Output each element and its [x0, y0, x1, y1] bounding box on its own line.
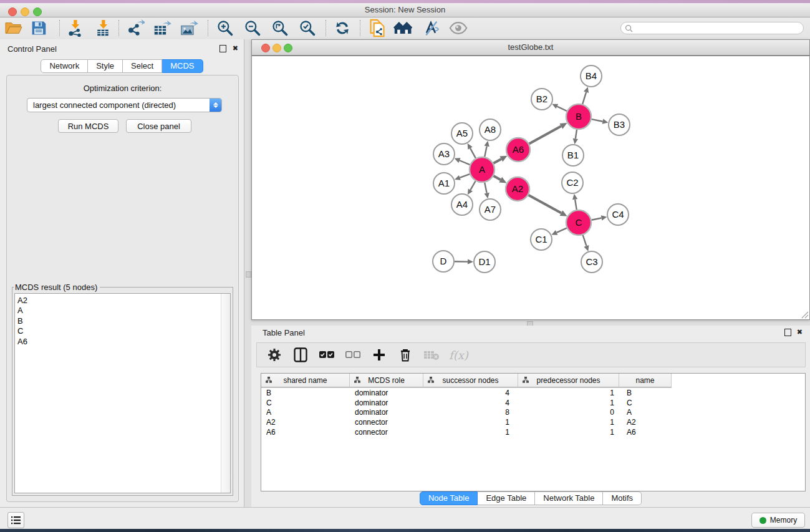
column-header-mcds-role[interactable]: MCDS role — [350, 374, 423, 387]
edge-B-B4[interactable] — [582, 92, 586, 104]
network-close-button[interactable] — [261, 44, 270, 52]
edge-A2-C[interactable] — [529, 195, 561, 213]
show-graphics-details-icon[interactable] — [448, 19, 469, 37]
close-panel-icon[interactable]: ✖ — [233, 45, 238, 52]
column-header-successor-nodes[interactable]: successor nodes — [423, 374, 518, 387]
home-icon[interactable] — [393, 19, 414, 37]
table-cell: B — [261, 389, 350, 397]
task-history-button[interactable] — [7, 512, 24, 528]
refresh-icon[interactable] — [332, 19, 353, 37]
result-item[interactable]: A — [15, 306, 230, 316]
export-table-icon[interactable] — [152, 19, 173, 37]
arrowhead-icon — [584, 245, 589, 251]
tab-mcds[interactable]: MCDS — [162, 59, 203, 73]
network-canvas[interactable]: B4B2BB3A5A8A6A3B1AC2A1A2A4A7C4CC1C3DD1 — [252, 56, 809, 319]
mcds-result-list[interactable]: A2ABCA6 — [14, 293, 231, 493]
tab-motifs[interactable]: Motifs — [603, 491, 642, 505]
memory-button[interactable]: Memory — [751, 513, 805, 528]
table-close-icon[interactable]: ✖ — [797, 329, 803, 336]
table-panel: Table Panel ✖ f(x) — [251, 326, 810, 507]
run-mcds-button[interactable]: Run MCDS — [58, 119, 118, 133]
column-header-name[interactable]: name — [619, 374, 672, 387]
resize-grip-icon[interactable] — [801, 311, 809, 319]
export-network-icon[interactable] — [125, 19, 146, 37]
graph-node-label: A5 — [456, 128, 468, 138]
result-item[interactable]: A2 — [15, 296, 230, 306]
show-column-panel-icon[interactable] — [292, 346, 309, 364]
table-row[interactable]: Bdominator41B — [261, 388, 805, 398]
table-row[interactable]: A2connector11A2 — [261, 417, 805, 427]
table-cell: A6 — [261, 428, 350, 437]
result-item[interactable]: C — [15, 326, 230, 336]
table-float-icon[interactable] — [784, 329, 791, 337]
close-panel-button[interactable]: Close panel — [126, 119, 191, 133]
tab-style[interactable]: Style — [88, 59, 123, 73]
open-session-icon[interactable] — [3, 19, 24, 37]
zoom-out-icon[interactable] — [242, 19, 263, 37]
table-cell: C — [619, 399, 672, 407]
vertical-split-handle[interactable] — [246, 271, 251, 278]
graph-node-label: A3 — [438, 148, 450, 159]
close-window-button[interactable] — [8, 7, 17, 16]
table-row[interactable]: Cdominator41C — [261, 398, 805, 408]
edge-A-A7[interactable] — [485, 183, 486, 193]
edge-C-C3[interactable] — [583, 235, 587, 246]
table-cell: 8 — [423, 408, 518, 417]
table-row[interactable]: Adominator80A — [261, 407, 805, 417]
zoom-fit-icon[interactable] — [269, 19, 291, 37]
create-column-icon[interactable] — [370, 346, 388, 364]
tab-edge-table[interactable]: Edge Table — [478, 491, 535, 505]
hide-labels-icon[interactable] — [420, 19, 441, 37]
graph-node-label: A6 — [513, 144, 524, 155]
edge-A-A3[interactable] — [460, 160, 470, 165]
search-box[interactable] — [620, 22, 804, 34]
result-scrollbar[interactable] — [221, 294, 230, 493]
edge-B-B2[interactable] — [557, 107, 567, 111]
table-row[interactable]: A6connector11A6 — [261, 427, 805, 437]
minimize-window-button[interactable] — [21, 7, 29, 16]
network-zoom-button[interactable] — [284, 44, 292, 52]
save-session-icon[interactable] — [28, 19, 49, 37]
edge-A-A4[interactable] — [470, 181, 475, 190]
column-hierarchy-icon — [428, 377, 434, 383]
open-session-file-icon[interactable] — [367, 19, 388, 37]
edge-B-B3[interactable] — [592, 119, 603, 122]
content-area: Control Panel ✖ NetworkStyleSelectMCDS O… — [0, 39, 810, 507]
search-input[interactable] — [633, 22, 803, 34]
criterion-select[interactable]: largest connected component (directed) — [27, 98, 222, 112]
memory-status-icon — [759, 517, 766, 524]
tab-network[interactable]: Network — [41, 59, 88, 73]
network-minimize-button[interactable] — [272, 44, 281, 52]
zoom-window-button[interactable] — [33, 7, 42, 16]
delete-column-icon[interactable] — [397, 346, 414, 364]
edge-A-A5[interactable] — [470, 148, 476, 158]
edge-C-C4[interactable] — [592, 218, 602, 220]
edge-C-C2[interactable] — [575, 200, 577, 210]
edge-A-A1[interactable] — [460, 174, 470, 178]
edge-B-B1[interactable] — [576, 130, 577, 138]
table-cell: 0 — [518, 408, 619, 417]
float-panel-icon[interactable] — [219, 45, 226, 54]
edge-A-A8[interactable] — [485, 146, 486, 157]
unselect-all-columns-icon[interactable] — [344, 346, 362, 364]
edge-A-A6[interactable] — [493, 159, 501, 163]
result-item[interactable]: A6 — [15, 337, 230, 347]
select-all-columns-icon[interactable] — [318, 346, 335, 364]
tab-node-table[interactable]: Node Table — [420, 491, 478, 505]
zoom-selected-icon[interactable] — [297, 19, 318, 37]
zoom-in-icon[interactable] — [215, 19, 236, 37]
edge-A6-B[interactable] — [529, 126, 561, 143]
import-table-icon[interactable] — [92, 19, 113, 37]
column-hierarchy-icon — [266, 377, 272, 383]
column-header-shared-name[interactable]: shared name — [261, 374, 350, 387]
edge-C-C1[interactable] — [557, 228, 567, 233]
table-settings-gear-icon[interactable] — [266, 346, 283, 364]
result-item[interactable]: B — [15, 316, 230, 326]
node-table[interactable]: shared nameMCDS rolesuccessor nodesprede… — [261, 373, 806, 491]
import-network-icon[interactable] — [64, 19, 85, 37]
tab-network-table[interactable]: Network Table — [535, 491, 603, 505]
column-header-predecessor-nodes[interactable]: predecessor nodes — [518, 374, 619, 387]
edge-A-A2[interactable] — [493, 176, 500, 180]
tab-select[interactable]: Select — [123, 59, 162, 73]
export-image-icon[interactable] — [178, 19, 200, 37]
